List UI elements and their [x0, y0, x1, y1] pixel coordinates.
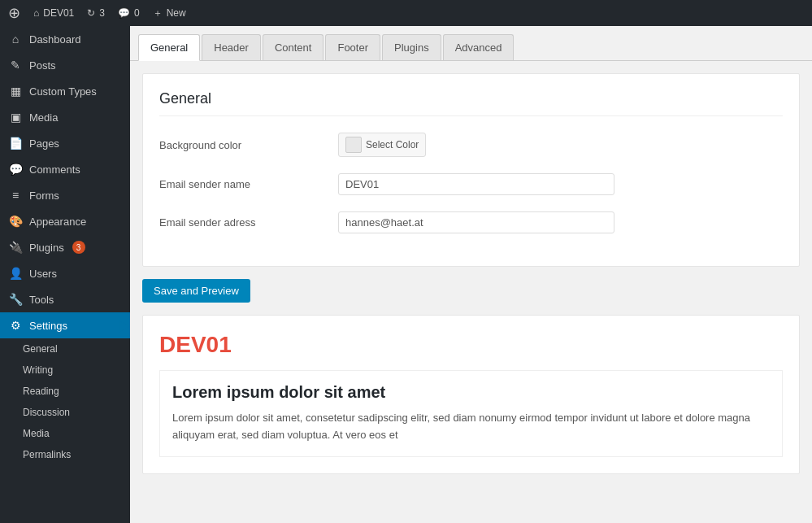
plugins-icon: 🔌: [8, 241, 23, 254]
save-and-preview-button[interactable]: Save and Preview: [142, 279, 250, 303]
tab-header-label: Header: [214, 41, 249, 54]
admin-bar: ⊕ ⌂ DEV01 ↻ 3 💬 0 ＋ New: [0, 0, 812, 26]
sidebar-item-forms[interactable]: ≡ Forms: [0, 182, 130, 208]
active-arrow-icon: ▶: [119, 316, 130, 334]
email-sender-address-input[interactable]: [338, 211, 614, 233]
sidebar-item-label: Comments: [29, 163, 80, 176]
appearance-icon: 🎨: [8, 215, 23, 228]
sidebar-item-label: Custom Types: [29, 85, 97, 98]
tab-header[interactable]: Header: [202, 34, 261, 60]
sub-menu-label: General: [23, 343, 58, 355]
sidebar-item-label: Appearance: [29, 216, 86, 228]
updates-item[interactable]: ↻ 3: [87, 7, 105, 19]
sub-menu-general[interactable]: General: [0, 338, 130, 360]
wp-logo-item[interactable]: ⊕: [8, 4, 20, 22]
site-name: DEV01: [43, 7, 74, 19]
plugins-badge: 3: [72, 241, 85, 254]
sub-menu-media[interactable]: Media: [0, 423, 130, 444]
sidebar-item-plugins[interactable]: 🔌 Plugins 3: [0, 234, 130, 260]
tools-icon: 🔧: [8, 293, 23, 306]
comments-icon: 💬: [118, 7, 130, 19]
save-button-label: Save and Preview: [154, 285, 239, 297]
sub-menu-label: Discussion: [23, 407, 70, 418]
sidebar-item-users[interactable]: 👤 Users: [0, 260, 130, 286]
email-sender-address-control: [338, 211, 783, 233]
comments-sidebar-icon: 💬: [8, 163, 23, 176]
comments-count: 0: [134, 7, 140, 19]
tab-footer-label: Footer: [337, 41, 368, 54]
sidebar-item-pages[interactable]: 📄 Pages: [0, 130, 130, 156]
tabs-bar: General Header Content Footer Plugins Ad…: [130, 26, 812, 61]
plus-icon: ＋: [153, 7, 163, 20]
sidebar-item-label: Pages: [29, 137, 59, 150]
tab-plugins-label: Plugins: [394, 41, 429, 54]
site-name-item[interactable]: ⌂ DEV01: [33, 7, 74, 19]
preview-site-title: DEV01: [159, 332, 783, 358]
tab-content[interactable]: Content: [263, 34, 324, 60]
email-sender-address-label: Email sender adress: [159, 216, 338, 229]
comments-item[interactable]: 💬 0: [118, 7, 140, 19]
background-color-label: Background color: [159, 139, 338, 151]
sub-menu-label: Writing: [23, 364, 53, 376]
tab-advanced[interactable]: Advanced: [443, 34, 515, 60]
custom-types-icon: ▦: [8, 85, 23, 98]
settings-icon: ⚙: [8, 319, 23, 332]
updates-count: 3: [99, 7, 105, 19]
preview-post-content: Lorem ipsum dolor sit amet, consetetur s…: [172, 410, 770, 444]
forms-icon: ≡: [8, 189, 23, 202]
sub-menu-permalinks[interactable]: Permalinks: [0, 444, 130, 465]
section-title: General: [159, 90, 783, 116]
new-item[interactable]: ＋ New: [153, 7, 186, 20]
updates-icon: ↻: [87, 7, 95, 19]
sidebar-item-label: Posts: [29, 59, 56, 72]
sidebar-item-label: Users: [29, 268, 57, 280]
sidebar-item-tools[interactable]: 🔧 Tools: [0, 286, 130, 312]
preview-inner-content: Lorem ipsum dolor sit amet Lorem ipsum d…: [159, 370, 783, 457]
users-icon: 👤: [8, 267, 23, 280]
sub-menu-label: Reading: [23, 386, 59, 397]
pages-icon: 📄: [8, 137, 23, 150]
sidebar-item-label: Media: [29, 111, 58, 124]
tab-plugins[interactable]: Plugins: [382, 34, 441, 60]
sub-menu-label: Permalinks: [23, 449, 71, 460]
email-sender-name-control: [338, 173, 783, 195]
email-sender-name-label: Email sender name: [159, 178, 338, 190]
sub-menu-reading[interactable]: Reading: [0, 381, 130, 402]
select-color-button[interactable]: Select Color: [338, 133, 426, 157]
sidebar: ⌂ Dashboard ✎ Posts ▦ Custom Types ▣ Med…: [0, 26, 130, 523]
tab-advanced-label: Advanced: [455, 41, 502, 54]
preview-panel: DEV01 Lorem ipsum dolor sit amet Lorem i…: [142, 315, 800, 474]
sidebar-item-label: Plugins: [29, 242, 64, 254]
sidebar-item-posts[interactable]: ✎ Posts: [0, 52, 130, 78]
new-label: New: [167, 7, 186, 19]
email-sender-address-row: Email sender adress: [159, 211, 783, 233]
sidebar-item-label: Settings: [29, 320, 67, 332]
sidebar-item-media[interactable]: ▣ Media: [0, 104, 130, 130]
posts-icon: ✎: [8, 59, 23, 72]
sidebar-item-label: Forms: [29, 190, 59, 202]
sidebar-item-dashboard[interactable]: ⌂ Dashboard: [0, 26, 130, 52]
sub-menu-writing[interactable]: Writing: [0, 360, 130, 381]
content-area: General Header Content Footer Plugins Ad…: [130, 26, 812, 523]
sub-menu-discussion[interactable]: Discussion: [0, 402, 130, 423]
tab-content-label: Content: [275, 41, 312, 54]
background-color-row: Background color Select Color: [159, 133, 783, 157]
sidebar-item-custom-types[interactable]: ▦ Custom Types: [0, 78, 130, 104]
dashboard-icon: ⌂: [8, 33, 23, 46]
background-color-control: Select Color: [338, 133, 783, 157]
sidebar-item-label: Dashboard: [29, 33, 81, 46]
general-section-panel: General Background color Select Color Em…: [142, 73, 800, 267]
tab-general-label: General: [150, 41, 188, 54]
sidebar-item-appearance[interactable]: 🎨 Appearance: [0, 208, 130, 234]
sidebar-item-settings[interactable]: ⚙ Settings ▶: [0, 312, 130, 338]
home-icon: ⌂: [33, 7, 39, 19]
color-swatch: [345, 137, 362, 153]
email-sender-name-input[interactable]: [338, 173, 614, 195]
preview-post-title: Lorem ipsum dolor sit amet: [172, 383, 770, 402]
sub-menu-label: Media: [23, 428, 50, 439]
tab-general[interactable]: General: [138, 34, 200, 61]
sidebar-item-label: Tools: [29, 294, 54, 306]
sidebar-item-comments[interactable]: 💬 Comments: [0, 156, 130, 182]
tab-footer[interactable]: Footer: [325, 34, 380, 60]
media-icon: ▣: [8, 111, 23, 124]
